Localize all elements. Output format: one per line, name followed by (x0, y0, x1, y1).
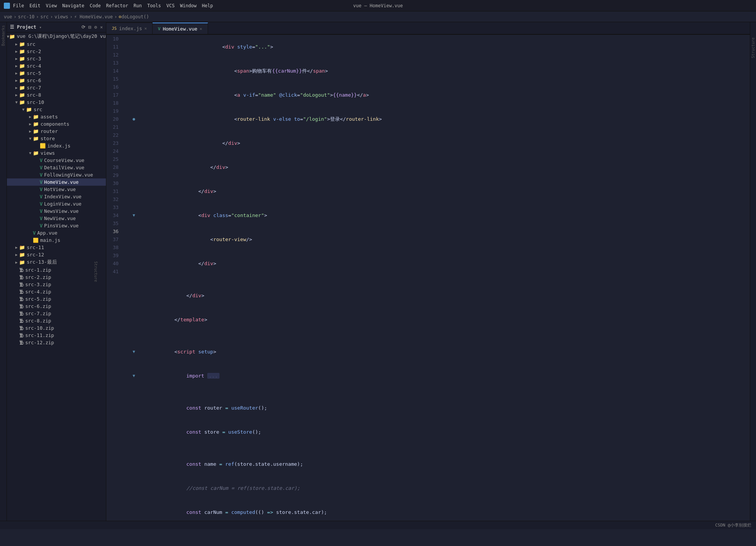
sidebar-item-src[interactable]: ▶ 📁 src (7, 41, 106, 48)
tab-index-js[interactable]: JS index.js ✕ (106, 23, 153, 34)
sidebar-item-src11zip[interactable]: 🗜 src-11.zip (7, 332, 106, 339)
menu-code[interactable]: Code (90, 3, 101, 8)
sidebar-item-src6[interactable]: ▶ 📁 src-6 (7, 77, 106, 84)
code-line-13: ● <router-link v-else to="/login">登录</ro… (131, 107, 750, 131)
sidebar-label: src-8.zip (25, 318, 51, 324)
fold-17[interactable]: ▼ (131, 211, 137, 219)
sidebar-item-src4zip[interactable]: 🗜 src-4.zip (7, 288, 106, 295)
sidebar-item-store[interactable]: ▼ 📁 store (7, 135, 106, 142)
settings-icon[interactable]: ⚙ (94, 24, 97, 30)
sidebar-item-homeview[interactable]: V HomeView.vue (7, 178, 106, 186)
project-dropdown[interactable]: ▾ (39, 25, 42, 29)
sidebar-item-src2[interactable]: ▶ 📁 src-2 (7, 48, 106, 55)
fold-13[interactable]: ● (131, 115, 137, 123)
menu-window[interactable]: Window (180, 3, 197, 8)
line-num-32: 32 (106, 195, 122, 203)
sidebar-item-vue-root[interactable]: ▼ 📁 vue G:\课程\Django\笔记\day20 vue (7, 32, 106, 41)
menu-edit[interactable]: Edit (29, 3, 41, 8)
bc-src10[interactable]: src-10 (18, 14, 34, 19)
sidebar-item-courseview[interactable]: V CourseView.vue (7, 157, 106, 164)
sidebar-item-src6zip[interactable]: 🗜 src-6.zip (7, 303, 106, 310)
sidebar-item-src7zip[interactable]: 🗜 src-7.zip (7, 310, 106, 317)
sidebar-item-src11[interactable]: ▶ 📁 src-11 (7, 244, 106, 251)
sidebar-item-components[interactable]: ▶ 📁 components (7, 120, 106, 128)
code-content[interactable]: <div style="..."> <span>购物车有{{carNum}}件<… (125, 35, 750, 521)
sidebar-item-src5zip[interactable]: 🗜 src-5.zip (7, 295, 106, 303)
menu-help[interactable]: Help (202, 3, 213, 8)
sidebar-item-src13[interactable]: ▶ 📁 src-13-最后 (7, 258, 106, 266)
tab-homeview[interactable]: V HomeView.vue ✕ (153, 23, 208, 34)
code-line-12: <a v-if="name" @click="doLogout">{{name}… (131, 83, 750, 107)
sidebar-item-src3zip[interactable]: 🗜 src-3.zip (7, 281, 106, 288)
sync-icon[interactable]: ⟳ (81, 24, 85, 30)
line-30-content: const store = useStore(); (138, 420, 742, 444)
sidebar-item-detailview[interactable]: V DetailView.vue (7, 164, 106, 171)
sidebar-item-src10[interactable]: ▼ 📁 src-10 (7, 99, 106, 106)
sidebar-item-mainjs[interactable]: 🟨 main.js (7, 237, 106, 244)
bc-func[interactable]: doLogout() (121, 14, 149, 19)
sidebar-item-src7[interactable]: ▶ 📁 src-7 (7, 84, 106, 91)
menu-run[interactable]: Run (133, 3, 142, 8)
bookmarks-label[interactable]: Bookmarks (0, 24, 6, 47)
sidebar-label: PinsView.vue (44, 223, 78, 228)
sidebar-item-appvue[interactable]: V App.vue (7, 229, 106, 237)
sidebar-item-src8zip[interactable]: 🗜 src-8.zip (7, 317, 106, 324)
sidebar-item-src10zip[interactable]: 🗜 src-10.zip (7, 324, 106, 332)
line-num-18: 18 (106, 99, 122, 107)
sidebar-item-indexview[interactable]: V IndexView.vue (7, 193, 106, 200)
line-33-content: //const carNum = ref(store.state.car); (138, 476, 742, 500)
line-23-content (138, 332, 742, 340)
bc-file[interactable]: ⚡ HomeView.vue (74, 14, 113, 19)
bc-src[interactable]: src (41, 14, 49, 19)
bc-views[interactable]: views (54, 14, 68, 19)
line-31-content (138, 444, 742, 452)
structure-label[interactable]: Structure (93, 261, 98, 282)
sidebar-item-loginview[interactable]: V LoginView.vue (7, 200, 106, 207)
sidebar-item-index-js[interactable]: 🟨 index.js (7, 142, 106, 149)
sidebar-item-hotview[interactable]: V HotView.vue (7, 186, 106, 193)
menu-file[interactable]: File (13, 3, 24, 8)
code-line-20 (131, 275, 750, 284)
fold-25[interactable]: ▼ (131, 372, 137, 380)
sidebar-item-src3[interactable]: ▶ 📁 src-3 (7, 55, 106, 62)
menu-navigate[interactable]: Navigate (62, 3, 85, 8)
sidebar-item-views[interactable]: ▼ 📁 views (7, 149, 106, 157)
sidebar-item-src1zip[interactable]: 🗜 src-1.zip (7, 266, 106, 274)
sidebar-label: src-10 (27, 99, 44, 105)
line-num-22: 22 (106, 131, 122, 139)
menu-vcs[interactable]: VCS (166, 3, 175, 8)
sidebar-item-src5[interactable]: ▶ 📁 src-5 (7, 70, 106, 77)
tab-close-icon[interactable]: ✕ (144, 26, 147, 31)
sidebar-label: src (27, 41, 36, 47)
sidebar-item-src12[interactable]: ▶ 📁 src-12 (7, 251, 106, 258)
close-sidebar-icon[interactable]: ✕ (100, 24, 103, 30)
sidebar-item-src12zip[interactable]: 🗜 src-12.zip (7, 339, 106, 346)
tabs-bar: JS index.js ✕ V HomeView.vue ✕ (106, 22, 750, 35)
bc-vue[interactable]: vue (4, 14, 12, 19)
code-line-10: <div style="..."> (131, 35, 750, 59)
menu-refactor[interactable]: Refactor (106, 3, 128, 8)
line-num-16: 16 (106, 83, 122, 91)
line-num-35: 35 (106, 219, 122, 227)
sidebar-item-newsview[interactable]: V NewsView.vue (7, 207, 106, 215)
sidebar-label: src-11.zip (25, 332, 54, 338)
structure-right-label[interactable]: Structure (751, 37, 755, 58)
line-13-content: <router-link v-else to="/login">登录</rout… (138, 107, 742, 131)
sidebar-item-src8[interactable]: ▶ 📁 src-8 (7, 91, 106, 99)
collapse-icon[interactable]: ⊟ (88, 24, 91, 30)
fold-24[interactable]: ▼ (131, 348, 137, 356)
menu-tools[interactable]: Tools (147, 3, 161, 8)
sidebar-item-src10-src[interactable]: ▼ 📁 src (7, 106, 106, 113)
sidebar-item-src2zip[interactable]: 🗜 src-2.zip (7, 274, 106, 281)
sidebar-item-src4[interactable]: ▶ 📁 src-4 (7, 62, 106, 70)
sidebar-item-assets[interactable]: ▶ 📁 assets (7, 113, 106, 120)
menu-view[interactable]: View (46, 3, 57, 8)
sidebar-item-newview[interactable]: V NewView.vue (7, 215, 106, 222)
sidebar-item-followingview[interactable]: V FollowingView.vue (7, 171, 106, 178)
line-25-content: import ... (138, 364, 742, 388)
sidebar-item-router[interactable]: ▶ 📁 router (7, 128, 106, 135)
tab-close-active-icon[interactable]: ✕ (200, 26, 202, 31)
line-num-33: 33 (106, 203, 122, 211)
sidebar-item-pinsview[interactable]: V PinsView.vue (7, 222, 106, 229)
sidebar-label: src-12 (27, 252, 44, 258)
